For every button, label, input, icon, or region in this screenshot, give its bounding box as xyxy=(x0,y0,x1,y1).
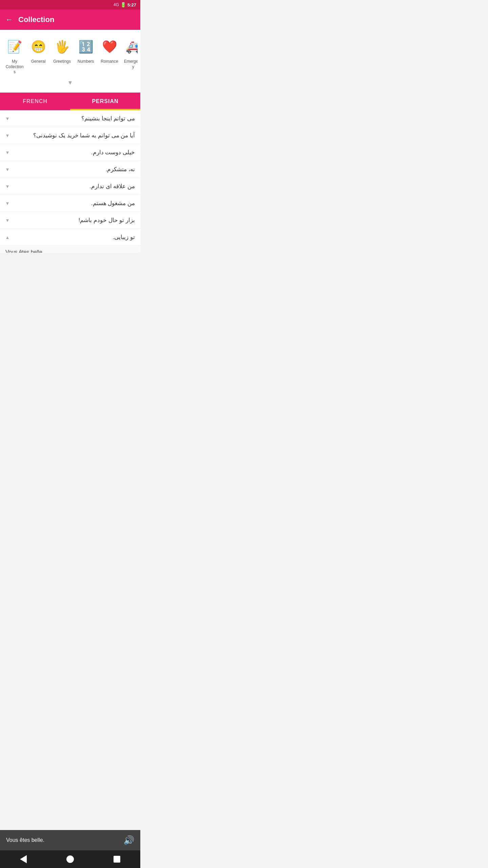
phrase-persian-text: من مشغول هستم. xyxy=(15,200,135,207)
phrase-main-row[interactable]: ▾می توانم اینجا بنشینم؟ xyxy=(0,110,140,127)
tab-persian[interactable]: PERSIAN xyxy=(70,93,140,110)
status-time: 5:27 xyxy=(127,2,136,7)
phrase-row[interactable]: ▾خیلی دوست دارم. xyxy=(0,144,140,161)
chevron-down-icon: ▾ xyxy=(4,217,11,223)
phrase-row[interactable]: ▾آیا من می توانم به شما خرید یک نوشیدنی؟ xyxy=(0,127,140,144)
status-bar: 4G 🔋 5:27 xyxy=(0,0,140,9)
phrase-main-row[interactable]: ▾من مشغول هستم. xyxy=(0,195,140,212)
category-label-emergency: Emergency xyxy=(123,59,138,70)
phrase-persian-text: من علاقه ای ندارم. xyxy=(15,183,135,190)
battery-icon: 🔋 xyxy=(120,2,126,7)
status-icons: 4G 🔋 5:27 xyxy=(114,2,136,7)
category-icon-mycollections: 📝 xyxy=(4,37,25,57)
category-label-mycollections: My Collections xyxy=(5,59,24,75)
category-icon-general: 😁 xyxy=(28,37,48,57)
category-icon-numbers: 🔢 xyxy=(76,37,96,57)
phrase-row[interactable]: ▾من مشغول هستم. xyxy=(0,195,140,212)
category-label-numbers: Numbers xyxy=(78,59,94,64)
category-label-general: General xyxy=(31,59,46,64)
category-icon-emergency: 🚑 xyxy=(123,37,138,57)
chevron-up-icon: ▴ xyxy=(4,234,11,240)
phrase-main-row[interactable]: ▾بزار تو حال خودم باشم! xyxy=(0,212,140,229)
category-item-greetings[interactable]: 🖐️Greetings xyxy=(50,35,74,76)
phrase-row[interactable]: ▾من علاقه ای ندارم. xyxy=(0,178,140,195)
phrase-main-row[interactable]: ▾آیا من می توانم به شما خرید یک نوشیدنی؟ xyxy=(0,127,140,144)
top-bar: ← Collection xyxy=(0,9,140,30)
category-label-greetings: Greetings xyxy=(53,59,71,64)
category-label-romance: Romance xyxy=(101,59,118,64)
chevron-down-icon: ▾ xyxy=(4,183,11,190)
category-item-emergency[interactable]: 🚑Emergency xyxy=(121,35,138,76)
phrase-main-row[interactable]: ▾خیلی دوست دارم. xyxy=(0,144,140,161)
chevron-down-icon: ▾ xyxy=(68,78,72,86)
category-item-numbers[interactable]: 🔢Numbers xyxy=(74,35,98,76)
categories-row: 📝My Collections😁General🖐️Greetings🔢Numbe… xyxy=(3,35,138,76)
tab-persian-label: PERSIAN xyxy=(92,98,118,104)
category-item-romance[interactable]: ❤️Romance xyxy=(98,35,121,76)
phrases-list: ▾می توانم اینجا بنشینم؟▾آیا من می توانم … xyxy=(0,110,140,253)
language-tabs: FRENCH PERSIAN xyxy=(0,93,140,110)
back-button[interactable]: ← xyxy=(5,15,13,24)
phrase-persian-text: خیلی دوست دارم. xyxy=(15,149,135,156)
phrase-persian-text: تو زیبایی. xyxy=(15,234,135,241)
chevron-down-icon: ▾ xyxy=(4,166,11,173)
chevron-down-icon: ▾ xyxy=(4,115,11,122)
phrase-french-translation: Vous êtes belle. xyxy=(0,246,140,253)
page-title: Collection xyxy=(18,15,54,24)
phrase-main-row[interactable]: ▾نه، متشکرم. xyxy=(0,161,140,178)
phrase-main-row[interactable]: ▾من علاقه ای ندارم. xyxy=(0,178,140,195)
chevron-down-icon: ▾ xyxy=(4,132,11,139)
phrase-main-row[interactable]: ▴تو زیبایی. xyxy=(0,229,140,246)
expand-categories-button[interactable]: ▾ xyxy=(3,76,138,90)
chevron-down-icon: ▾ xyxy=(4,200,11,206)
tab-french-label: FRENCH xyxy=(23,98,47,104)
phrase-row[interactable]: ▾بزار تو حال خودم باشم! xyxy=(0,212,140,229)
category-item-general[interactable]: 😁General xyxy=(26,35,50,76)
phrase-persian-text: آیا من می توانم به شما خرید یک نوشیدنی؟ xyxy=(15,132,135,139)
signal-icon: 4G xyxy=(114,2,119,7)
phrase-row[interactable]: ▾می توانم اینجا بنشینم؟ xyxy=(0,110,140,127)
category-icon-greetings: 🖐️ xyxy=(52,37,72,57)
category-item-mycollections[interactable]: 📝My Collections xyxy=(3,35,26,76)
phrase-row[interactable]: ▾نه، متشکرم. xyxy=(0,161,140,178)
phrase-persian-text: می توانم اینجا بنشینم؟ xyxy=(15,115,135,122)
tab-french[interactable]: FRENCH xyxy=(0,93,70,110)
categories-section: 📝My Collections😁General🖐️Greetings🔢Numbe… xyxy=(0,30,140,93)
category-icon-romance: ❤️ xyxy=(99,37,120,57)
phrases-container: ▾می توانم اینجا بنشینم؟▾آیا من می توانم … xyxy=(0,110,140,253)
phrase-persian-text: نه، متشکرم. xyxy=(15,166,135,173)
chevron-down-icon: ▾ xyxy=(4,149,11,156)
phrase-row[interactable]: ▴تو زیبایی.Vous êtes belle. xyxy=(0,229,140,253)
phrase-persian-text: بزار تو حال خودم باشم! xyxy=(15,217,135,224)
